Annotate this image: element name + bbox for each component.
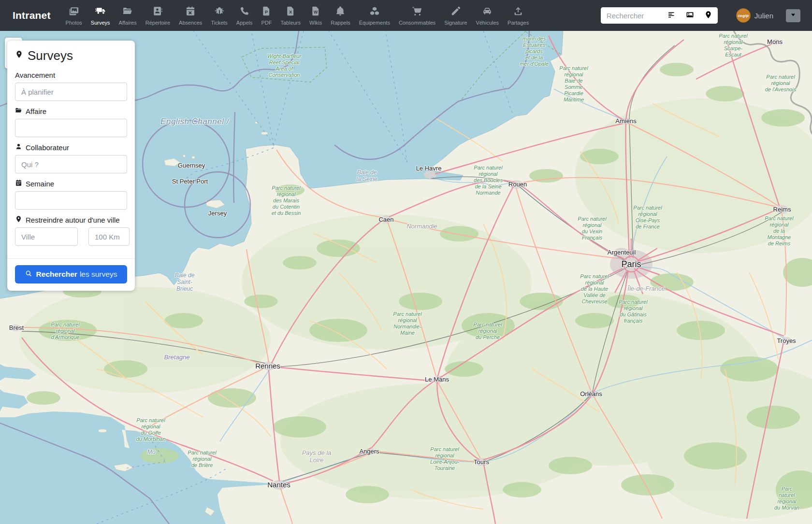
nav-item-vehicules[interactable]: Véhicules [471, 0, 503, 31]
nav-item-label: Wikis [309, 20, 322, 26]
user-name: Julien [754, 12, 773, 20]
car-icon [482, 6, 493, 18]
nav-item-label: Équipements [359, 20, 390, 26]
nav-item-affaires[interactable]: Affaires [115, 0, 141, 31]
nav-item-label: Signature [444, 20, 467, 26]
upload-icon [513, 6, 523, 18]
avatar: cogip [736, 8, 751, 23]
nav-item-partages[interactable]: Partages [503, 0, 533, 31]
svg-text:W: W [314, 10, 318, 14]
city-filter-field: Restreindre autour d'une ville [15, 215, 127, 246]
nav-item-signature[interactable]: Signature [440, 0, 471, 31]
nav-item-label: Consommables [399, 20, 435, 26]
nav-item-repertoire[interactable]: Répertoire [141, 0, 174, 31]
nav-item-rappels[interactable]: Rappels [326, 0, 354, 31]
search-mode-map-button[interactable] [699, 7, 718, 24]
bug-icon [214, 6, 225, 18]
collapse-toggle-button[interactable] [786, 9, 800, 22]
cart-icon [412, 6, 422, 18]
nav-item-tableurs[interactable]: XTableurs [276, 0, 305, 31]
nav-item-label: Véhicules [476, 20, 499, 26]
city-input[interactable] [15, 227, 78, 246]
folder-open-icon [15, 107, 26, 115]
chevron-down-icon [790, 12, 796, 19]
search-mode-image-button[interactable] [681, 7, 699, 24]
search-input[interactable] [601, 7, 663, 24]
nav-item-absences[interactable]: Absences [174, 0, 206, 31]
phone-icon [239, 6, 250, 18]
nav-item-photos[interactable]: Photos [61, 0, 87, 31]
brand[interactable]: Intranet [0, 10, 61, 21]
nav-item-label: Partages [508, 20, 529, 26]
nav-item-label: Photos [66, 20, 82, 26]
nav-item-label: Absences [179, 20, 202, 26]
nav-item-label: PDF [261, 20, 272, 26]
nav-item-label: Appels [236, 20, 253, 26]
nav-item-appels[interactable]: Appels [232, 0, 257, 31]
top-navbar: Intranet PhotosSurveysAffairesRépertoire… [0, 0, 812, 31]
calendar-icon [15, 179, 26, 188]
field-collaborateur: Collaborateur [15, 143, 127, 173]
nav-item-label: Affaires [119, 20, 137, 26]
file-p-icon: P [261, 6, 272, 18]
nav-item-label: Tickets [211, 20, 227, 26]
folder-open-icon [122, 6, 133, 18]
nav-item-label: Répertoire [145, 20, 170, 26]
avancement-input[interactable] [15, 83, 127, 101]
address-book-icon [152, 6, 163, 18]
images-icon [69, 6, 79, 18]
calendar-x-icon [185, 6, 196, 18]
map-marker-icon [15, 48, 28, 63]
field-label: Affaire [26, 107, 46, 115]
pencil-icon [450, 6, 461, 18]
map-marker-icon [704, 11, 712, 20]
nav-item-surveys[interactable]: Surveys [87, 0, 115, 31]
field-affaire: Affaire [15, 107, 127, 137]
truck-icon [95, 6, 106, 18]
user-icon [15, 143, 26, 152]
panel-title: Surveys [15, 48, 127, 63]
field-label: Semaine [26, 180, 54, 188]
affaire-input[interactable] [15, 119, 127, 137]
cubes-icon [369, 6, 380, 18]
file-w-icon: W [310, 6, 321, 18]
align-left-icon [667, 11, 676, 20]
map-marker-icon [15, 215, 26, 224]
semaine-input[interactable] [15, 191, 127, 210]
svg-text:P: P [265, 10, 268, 14]
nav-item-consommables[interactable]: Consommables [394, 0, 440, 31]
field-label: Collaborateur [26, 143, 69, 152]
field-semaine: Semaine [15, 179, 127, 210]
radius-input[interactable] [88, 227, 130, 246]
search-mode-text-button[interactable] [663, 7, 681, 24]
collaborateur-input[interactable] [15, 155, 127, 173]
field-avancement: Avancement [15, 71, 127, 101]
main-nav: PhotosSurveysAffairesRépertoireAbsencesT… [61, 0, 534, 31]
field-label: Avancement [15, 71, 55, 79]
nav-item-label: Surveys [91, 20, 110, 26]
nav-item-equipements[interactable]: Équipements [355, 0, 394, 31]
nav-item-label: Tableurs [280, 20, 301, 26]
search-icon [25, 270, 36, 279]
nav-item-pdf[interactable]: PPDF [257, 0, 276, 31]
search-surveys-button[interactable]: Rechercherles surveys [15, 265, 127, 283]
search-group [601, 7, 718, 24]
file-x-icon: X [285, 6, 296, 18]
navbar-right: cogip Julien [601, 7, 812, 24]
nav-item-wikis[interactable]: WWikis [305, 0, 326, 31]
svg-text:X: X [289, 10, 292, 14]
surveys-filter-panel: Surveys AvancementAffaireCollaborateurSe… [7, 41, 135, 291]
bell-icon [335, 6, 346, 18]
city-filter-label: Restreindre autour d'une ville [26, 216, 120, 224]
nav-item-tickets[interactable]: Tickets [206, 0, 232, 31]
user-menu[interactable]: cogip Julien [736, 8, 773, 23]
image-icon [686, 11, 694, 20]
nav-item-label: Rappels [331, 20, 350, 26]
